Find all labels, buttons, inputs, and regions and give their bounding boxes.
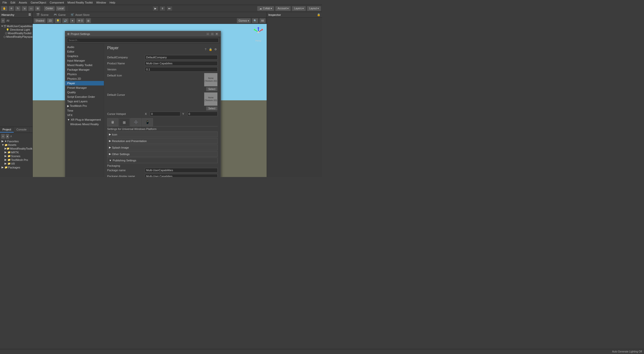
icon-select-btn[interactable]: Select bbox=[206, 87, 218, 91]
settings-time[interactable]: Time bbox=[65, 108, 104, 113]
dialog-close-btn[interactable]: ✕ bbox=[215, 32, 219, 36]
settings-help-btn[interactable]: ? bbox=[204, 47, 208, 51]
assets-arrow: ▼ bbox=[2, 143, 5, 146]
dialog-maximize-btn[interactable]: □ bbox=[211, 32, 214, 36]
other-section-header[interactable]: ▶ Other Settings bbox=[107, 151, 218, 157]
menu-mrtk[interactable]: Mixed Reality Toolkit bbox=[66, 1, 94, 5]
account-button[interactable]: Account ▾ bbox=[275, 6, 291, 11]
favorites-folder[interactable]: ▶ ★ Favorites bbox=[1, 139, 31, 143]
collab-button[interactable]: ☁ Collab ▾ bbox=[257, 6, 274, 11]
settings-quality[interactable]: Quality bbox=[65, 90, 104, 95]
settings-xr[interactable]: ▼ XR Plug-in Management bbox=[65, 117, 104, 122]
hierarchy-item-light[interactable]: 💡 Directional Light bbox=[1, 28, 32, 31]
folder-mrtk-generated[interactable]: ▶ 📁 MixedRealityToolkit.Generated bbox=[1, 147, 31, 150]
layout-button[interactable]: Layout ▾ bbox=[307, 6, 321, 11]
search-btn[interactable]: 🔍 bbox=[252, 18, 258, 23]
grid-btn[interactable]: ⊞ bbox=[86, 18, 91, 23]
pivot-center[interactable]: Center bbox=[44, 6, 55, 11]
settings-search-input[interactable] bbox=[67, 38, 219, 42]
company-name-input[interactable] bbox=[145, 55, 218, 60]
default-cursor-preview: None(Texture 2D) bbox=[204, 92, 218, 106]
hierarchy-item-scene[interactable]: ▼ 🎬 MultiUserCapabilities bbox=[1, 24, 32, 28]
menu-gameobject[interactable]: GameObject bbox=[29, 1, 48, 5]
cursor-select-btn[interactable]: Select bbox=[206, 106, 218, 111]
folder-scenes[interactable]: ▶ 📁 Scenes bbox=[1, 154, 31, 158]
settings-textmesh[interactable]: ▶ TextMesh Pro bbox=[65, 104, 104, 108]
tool-rotate[interactable]: ↻ bbox=[15, 6, 21, 11]
folder-mrtk[interactable]: ▶ 📁 MRTK bbox=[1, 150, 31, 154]
settings-lock-btn[interactable]: 🔒 bbox=[209, 47, 213, 51]
gizmos-btn[interactable]: Gizmos ▾ bbox=[237, 18, 251, 23]
folder-packages[interactable]: ▶ 📁 Packages bbox=[1, 165, 31, 169]
settings-physics[interactable]: Physics bbox=[65, 72, 104, 76]
settings-gear-btn[interactable]: ⚙ bbox=[214, 47, 218, 51]
resolution-section-header[interactable]: ▶ Resolution and Presentation bbox=[107, 138, 218, 144]
platform-tab-desktop[interactable]: 🖥 bbox=[107, 118, 118, 126]
hierarchy-menu-icon[interactable]: ☰ bbox=[28, 13, 31, 16]
2d-btn[interactable]: 2D bbox=[47, 18, 54, 23]
hotspot-x-input[interactable] bbox=[150, 112, 180, 116]
settings-vfx[interactable]: VFX bbox=[65, 113, 104, 117]
assets-root-folder[interactable]: ▼ 📁 Assets bbox=[1, 143, 31, 147]
settings-audio[interactable]: Audio bbox=[65, 45, 104, 49]
play-button[interactable]: ▶ bbox=[152, 6, 158, 11]
dialog-minimize-btn[interactable]: ─ bbox=[206, 32, 210, 36]
package-display-name-input[interactable] bbox=[145, 174, 218, 177]
hierarchy-item-playspace[interactable]: ⬡ MixedRealityPlayspace bbox=[1, 35, 32, 38]
hierarchy-add-btn[interactable]: + bbox=[1, 18, 5, 23]
package-name-input[interactable] bbox=[145, 168, 218, 172]
icon-section-header[interactable]: ▶ Icon bbox=[107, 131, 218, 137]
audio-btn[interactable]: 🔊 bbox=[62, 18, 69, 23]
platform-tab-xbox[interactable]: ➕ bbox=[130, 118, 141, 126]
folder-textmesh[interactable]: ▶ 📁 TextMesh Pro bbox=[1, 158, 31, 162]
menu-edit[interactable]: Edit bbox=[9, 1, 17, 5]
settings-graphics[interactable]: Graphics bbox=[65, 54, 104, 58]
settings-physics2d[interactable]: Physics 2D bbox=[65, 76, 104, 81]
tab-asset-store[interactable]: 🛒 Asset Store bbox=[68, 12, 92, 17]
hotspot-y-input[interactable] bbox=[187, 112, 218, 116]
tab-console[interactable]: Console bbox=[14, 127, 29, 132]
settings-preset-manager[interactable]: Preset Manager bbox=[65, 85, 104, 90]
lights-btn[interactable]: 💡 bbox=[55, 18, 61, 23]
tab-game[interactable]: 🎮 Game bbox=[51, 12, 68, 17]
settings-package-manager[interactable]: Package Manager bbox=[65, 67, 104, 72]
tool-rect[interactable]: ▭ bbox=[28, 6, 34, 11]
menu-assets[interactable]: Assets bbox=[17, 1, 29, 5]
settings-script-execution[interactable]: Script Execution Order bbox=[65, 95, 104, 99]
settings-player[interactable]: Player bbox=[65, 81, 104, 85]
platform-tab-mobile[interactable]: 📱 bbox=[142, 118, 153, 126]
all-btn[interactable]: All bbox=[259, 18, 266, 23]
tab-project[interactable]: Project bbox=[0, 127, 14, 132]
tab-scene[interactable]: 🎬 Scene bbox=[34, 12, 51, 17]
tool-scale[interactable]: ⇲ bbox=[22, 6, 27, 11]
folder-xr[interactable]: ▶ 📁 XR bbox=[1, 162, 31, 165]
asset-options-btn[interactable]: ▾ bbox=[6, 134, 9, 139]
version-input[interactable] bbox=[145, 67, 218, 72]
settings-input-manager[interactable]: Input Manager bbox=[65, 58, 104, 63]
hidden-objects-btn[interactable]: 👁 0 bbox=[76, 18, 84, 23]
menu-window[interactable]: Window bbox=[95, 1, 107, 5]
tool-move[interactable]: ✛ bbox=[9, 6, 14, 11]
tool-transform[interactable]: ⊞ bbox=[35, 6, 41, 11]
hierarchy-item-mrtk[interactable]: ⬡ MixedRealityToolkit bbox=[1, 31, 32, 35]
settings-windows-mixed[interactable]: Windows Mixed Reality bbox=[65, 122, 104, 126]
inspector-lock-icon[interactable]: 🔒 bbox=[317, 13, 320, 16]
pivot-local[interactable]: Local bbox=[56, 6, 65, 11]
publishing-section-header[interactable]: ▼ Publishing Settings bbox=[107, 158, 218, 163]
settings-mrtk[interactable]: Mixed Reality Toolkit bbox=[65, 63, 104, 67]
product-name-input[interactable] bbox=[145, 61, 218, 66]
platform-tab-uwp[interactable]: ⊞ bbox=[119, 118, 130, 126]
splash-section-header[interactable]: ▶ Splash Image bbox=[107, 145, 218, 150]
asset-add-btn[interactable]: + bbox=[1, 134, 5, 139]
fx-btn[interactable]: ✦ bbox=[70, 18, 75, 23]
layers-button[interactable]: Layers ▾ bbox=[292, 6, 306, 11]
settings-editor[interactable]: Editor bbox=[65, 49, 104, 54]
tool-hand[interactable]: ✋ bbox=[1, 6, 8, 11]
settings-tags-layers[interactable]: Tags and Layers bbox=[65, 99, 104, 104]
menu-file[interactable]: File bbox=[1, 1, 9, 5]
step-button[interactable]: ⏭ bbox=[167, 6, 173, 11]
shaded-dropdown[interactable]: Shaded bbox=[34, 18, 46, 23]
pause-button[interactable]: ⏸ bbox=[159, 6, 166, 11]
menu-component[interactable]: Component bbox=[48, 1, 65, 5]
menu-help[interactable]: Help bbox=[108, 1, 117, 5]
